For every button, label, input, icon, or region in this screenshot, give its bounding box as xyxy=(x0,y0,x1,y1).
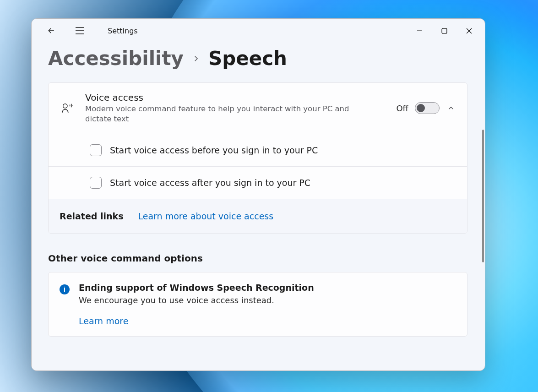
checkbox-after-signin-label: Start voice access after you sign in to … xyxy=(110,178,310,188)
checkbox-after-signin[interactable] xyxy=(90,177,102,189)
other-options-heading: Other voice command options xyxy=(48,253,474,264)
expand-collapse-button[interactable] xyxy=(446,103,456,113)
app-title: Settings xyxy=(108,27,138,35)
voice-access-description: Modern voice command feature to help you… xyxy=(85,104,355,125)
nav-menu-button[interactable] xyxy=(71,22,88,39)
voice-access-toggle[interactable] xyxy=(415,102,440,114)
checkbox-before-signin-label: Start voice access before you sign in to… xyxy=(110,145,318,155)
option-before-signin[interactable]: Start voice access before you sign in to… xyxy=(49,134,467,167)
back-button[interactable] xyxy=(43,22,60,39)
breadcrumb: Accessibility Speech xyxy=(48,47,474,70)
checkbox-before-signin[interactable] xyxy=(90,144,102,156)
wsr-deprecation-body: Ending support of Windows Speech Recogni… xyxy=(79,283,314,326)
breadcrumb-current: Speech xyxy=(208,47,287,70)
learn-more-voice-access-link[interactable]: Learn more about voice access xyxy=(138,211,274,221)
voice-access-header-row[interactable]: Voice access Modern voice command featur… xyxy=(49,83,467,134)
voice-access-icon xyxy=(60,101,75,115)
option-after-signin[interactable]: Start voice access after you sign in to … xyxy=(49,167,467,199)
voice-access-text: Voice access Modern voice command featur… xyxy=(85,92,386,125)
voice-access-controls: Off xyxy=(396,102,456,114)
hamburger-icon xyxy=(75,27,84,34)
window-controls xyxy=(407,22,481,40)
voice-access-title: Voice access xyxy=(85,92,386,103)
close-icon xyxy=(466,28,472,34)
maximize-button[interactable] xyxy=(432,22,456,40)
breadcrumb-parent[interactable]: Accessibility xyxy=(48,47,184,70)
related-links-heading: Related links xyxy=(60,211,124,221)
titlebar: Settings xyxy=(32,19,485,43)
wsr-deprecation-card: i Ending support of Windows Speech Recog… xyxy=(48,272,467,337)
minimize-icon xyxy=(417,28,422,33)
svg-point-1 xyxy=(63,104,67,108)
chevron-up-icon xyxy=(447,104,455,112)
content-area: Accessibility Speech Voice access Modern… xyxy=(32,43,485,370)
maximize-icon xyxy=(441,28,447,34)
svg-rect-0 xyxy=(442,28,447,33)
arrow-left-icon xyxy=(47,26,56,35)
info-icon: i xyxy=(60,284,70,294)
wsr-deprecation-title: Ending support of Windows Speech Recogni… xyxy=(79,283,314,293)
related-links-row: Related links Learn more about voice acc… xyxy=(49,199,467,233)
minimize-button[interactable] xyxy=(407,22,432,40)
titlebar-left: Settings xyxy=(43,22,138,39)
close-button[interactable] xyxy=(456,22,481,40)
voice-access-card: Voice access Modern voice command featur… xyxy=(48,82,467,234)
voice-access-state: Off xyxy=(396,103,408,113)
toggle-knob xyxy=(417,104,425,112)
wsr-learn-more-link[interactable]: Learn more xyxy=(79,316,128,326)
wsr-deprecation-text: We encourage you to use voice access ins… xyxy=(79,295,314,305)
settings-window: Settings Accessibility Speech xyxy=(31,18,485,371)
chevron-right-icon xyxy=(192,54,200,63)
scrollbar-thumb[interactable] xyxy=(482,130,484,262)
